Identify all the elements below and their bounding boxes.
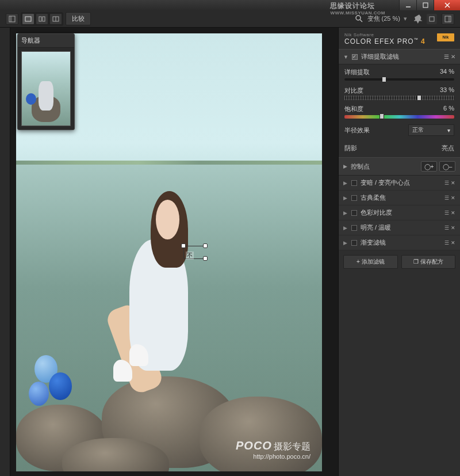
action-row: + 添加滤镜 ❐ 保存配方 — [339, 250, 460, 273]
wm-brand: POCO — [236, 439, 272, 452]
svg-rect-1 — [423, 3, 428, 7]
chevron-down-icon: ▾ — [447, 127, 450, 134]
svg-rect-8 — [43, 17, 45, 21]
svg-point-11 — [356, 16, 361, 20]
control-point-label: 不 — [186, 252, 194, 260]
top-toolbar: 比较 变焦 (25 %) ▾ — [0, 10, 460, 28]
svg-line-12 — [360, 20, 362, 22]
control-points-row[interactable]: ▶ 控制点 ◯+ ◯– — [339, 157, 460, 176]
photo-figure — [108, 174, 215, 393]
filter-item-controls[interactable]: ☰ ✕ — [444, 225, 455, 231]
filter-label: 变暗 / 变亮中心点 — [361, 178, 410, 187]
svg-rect-4 — [9, 16, 15, 22]
save-recipe-button[interactable]: ❐ 保存配方 — [401, 255, 456, 269]
maximize-button[interactable] — [416, 0, 434, 10]
navigator-title: 导航器 — [18, 34, 74, 48]
filter-checkbox[interactable] — [351, 225, 357, 231]
highlights-label: 亮点 — [442, 144, 454, 153]
close-button[interactable] — [434, 0, 460, 10]
svg-rect-13 — [430, 17, 434, 21]
chevron-right-icon: ▶ — [343, 225, 348, 231]
filter-item-controls[interactable]: ☰ ✕ — [444, 240, 455, 246]
radius-label: 半径效果 — [344, 126, 370, 135]
chevron-right-icon: ▶ — [343, 163, 347, 169]
filter-label: 色彩对比度 — [361, 208, 392, 217]
pin-icon[interactable] — [414, 14, 424, 24]
radius-effect-row: 半径效果 正常 ▾ — [339, 121, 460, 139]
filter-label: 明亮 / 温暖 — [361, 223, 391, 232]
chevron-right-icon: ▶ — [343, 180, 348, 186]
minimize-button[interactable] — [399, 0, 416, 10]
control-points-label: 控制点 — [351, 162, 370, 171]
contrast-slider[interactable]: 对比度33 % — [339, 83, 460, 101]
filter-checkbox[interactable] — [351, 195, 357, 201]
settings-icon[interactable] — [427, 14, 437, 24]
panel-toggle-icon[interactable] — [6, 13, 18, 25]
remove-control-point-button[interactable]: ◯– — [439, 161, 455, 172]
filter-item[interactable]: ▶古典柔焦☰ ✕ — [339, 191, 460, 205]
compare-button[interactable]: 比较 — [66, 12, 91, 25]
filter-header-controls[interactable]: ☰ ✕ — [444, 54, 455, 60]
filter-checkbox[interactable] — [351, 180, 357, 186]
saturation-slider[interactable]: 饱和度6 % — [339, 101, 460, 121]
svg-rect-7 — [39, 17, 41, 21]
watermark-url: WWW.MISSYUAN.COM — [330, 10, 385, 16]
filter-item[interactable]: ▶渐变滤镜☰ ✕ — [339, 235, 460, 250]
filter-checkbox[interactable] — [351, 210, 357, 216]
filter-item-controls[interactable]: ☰ ✕ — [444, 180, 455, 186]
wm-url: http://photo.poco.cn/ — [236, 453, 310, 460]
side-panel-toggle-icon[interactable] — [442, 13, 454, 25]
view-side-icon[interactable] — [49, 13, 62, 25]
view-split-icon[interactable] — [36, 13, 48, 25]
wm-text: 摄影专题 — [274, 441, 310, 451]
filter-item-controls[interactable]: ☰ ✕ — [444, 195, 455, 201]
chevron-down-icon: ▾ — [404, 15, 407, 22]
shadows-label: 阴影 — [344, 144, 357, 153]
chevron-down-icon: ▼ — [343, 54, 348, 60]
filter-list: ▶变暗 / 变亮中心点☰ ✕▶古典柔焦☰ ✕▶色彩对比度☰ ✕▶明亮 / 温暖☰… — [339, 176, 460, 250]
chevron-right-icon: ▶ — [343, 210, 348, 216]
zoom-label: 变焦 (25 %) — [367, 14, 400, 23]
chevron-right-icon: ▶ — [343, 240, 348, 246]
view-single-icon[interactable] — [22, 13, 34, 25]
svg-rect-6 — [25, 17, 31, 21]
chevron-right-icon: ▶ — [343, 195, 348, 201]
current-filter-label: 详细提取滤镜 — [361, 52, 399, 61]
add-filter-button[interactable]: + 添加滤镜 — [343, 255, 398, 269]
filter-enabled-checkbox[interactable]: ✓ — [352, 54, 358, 60]
filter-item-controls[interactable]: ☰ ✕ — [444, 210, 455, 216]
watermark-top: 思缘设计论坛 WWW.MISSYUAN.COM — [330, 1, 385, 16]
side-panel: Nik Nik Software COLOR EFEX PRO™ 4 ▼ ✓ 详… — [338, 28, 460, 476]
view-mode-group — [21, 12, 63, 26]
window-titlebar — [0, 0, 460, 10]
filter-label: 古典柔焦 — [361, 193, 386, 202]
brand-logo: Nik — [437, 33, 454, 41]
radius-select[interactable]: 正常 ▾ — [408, 124, 454, 136]
brand-header: Nik Nik Software COLOR EFEX PRO™ 4 — [339, 28, 460, 49]
filter-item[interactable]: ▶变暗 / 变亮中心点☰ ✕ — [339, 176, 460, 191]
watermark-title: 思缘设计论坛 — [330, 2, 375, 10]
svg-rect-14 — [445, 16, 451, 22]
add-control-point-button[interactable]: ◯+ — [421, 161, 437, 172]
watermark-bottom: POCO 摄影专题 http://photo.poco.cn/ — [236, 439, 310, 460]
left-panel-strip[interactable] — [0, 28, 10, 476]
canvas-area: 不 POCO 摄影专题 http://photo.poco.cn/ 导航器 — [0, 28, 338, 476]
filter-label: 渐变滤镜 — [361, 238, 386, 247]
filter-item[interactable]: ▶色彩对比度☰ ✕ — [339, 205, 460, 220]
shadows-highlights-row: 阴影 亮点 — [339, 139, 460, 157]
filter-item[interactable]: ▶明亮 / 温暖☰ ✕ — [339, 220, 460, 235]
detail-slider[interactable]: 详细提取34 % — [339, 64, 460, 83]
current-filter-header[interactable]: ▼ ✓ 详细提取滤镜 ☰ ✕ — [339, 49, 460, 64]
navigator-thumbnail[interactable] — [21, 51, 71, 126]
filter-checkbox[interactable] — [351, 240, 357, 246]
navigator-panel[interactable]: 导航器 — [17, 33, 75, 130]
